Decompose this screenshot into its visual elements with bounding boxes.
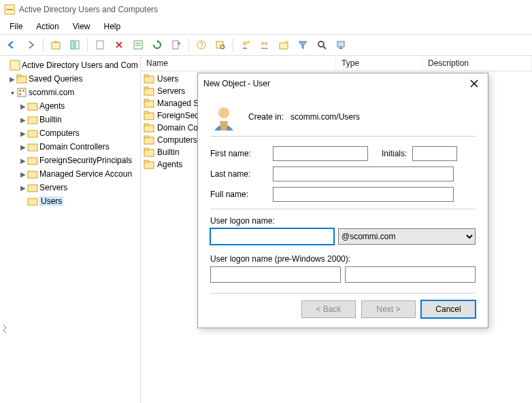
svg-text:?: ? (199, 41, 203, 49)
full-name-input[interactable] (273, 187, 454, 202)
svg-rect-38 (28, 198, 37, 205)
tree-label: Builtin (39, 115, 62, 124)
pre2000-user-input[interactable] (345, 266, 476, 283)
tree-root-label: Active Directory Users and Com (22, 60, 138, 70)
tree-foreign-security-principals[interactable]: ▶ForeignSecurityPrincipals (0, 154, 140, 167)
toolbar-back[interactable] (3, 36, 20, 54)
toolbar-new-user[interactable] (237, 36, 254, 54)
ou-icon (27, 141, 38, 152)
tree-expander[interactable]: ▶ (19, 103, 27, 110)
tree-label: Domain Controllers (39, 142, 110, 152)
tree-users[interactable]: Users (0, 194, 140, 208)
tree-expander[interactable]: ▶ (19, 116, 27, 124)
toolbar-refresh[interactable] (148, 36, 166, 54)
svg-rect-42 (144, 87, 148, 89)
toolbar-find2[interactable] (313, 36, 331, 54)
tree-expander[interactable]: ▶ (19, 184, 27, 192)
column-name[interactable]: Name (141, 56, 336, 71)
last-name-input[interactable] (273, 167, 454, 181)
svg-rect-2 (52, 42, 60, 49)
tree-builtin[interactable]: ▶Builtin (0, 113, 140, 126)
toolbar-cut[interactable] (91, 36, 109, 54)
menu-view[interactable]: View (66, 20, 97, 33)
toolbar-export[interactable] (167, 36, 185, 54)
tree-expander[interactable]: ▶ (8, 75, 16, 83)
logon-domain-select[interactable]: @scommi.com (338, 228, 476, 245)
svg-rect-36 (28, 171, 37, 178)
svg-rect-4 (76, 41, 79, 49)
domain-icon (16, 87, 27, 98)
full-name-row: Full name: (210, 184, 476, 205)
container-icon (27, 155, 38, 166)
tree-expander[interactable]: ▾ (8, 89, 16, 97)
toolbar-filter[interactable] (294, 36, 312, 54)
tree-expander[interactable]: ▶ (19, 157, 27, 164)
back-button[interactable]: < Back (301, 300, 356, 318)
svg-rect-32 (28, 117, 37, 124)
first-name-input[interactable] (273, 146, 368, 161)
svg-rect-27 (18, 88, 26, 97)
svg-rect-9 (173, 41, 178, 49)
toolbar-up[interactable] (47, 36, 65, 54)
tree-agents[interactable]: ▶Agents (0, 99, 140, 113)
menu-action[interactable]: Action (29, 20, 65, 33)
tree-managed-service-accounts[interactable]: ▶Managed Service Accoun (0, 167, 140, 181)
dialog-header: Create in: scommi.com/Users (210, 98, 476, 137)
menubar: File Action View Help (0, 19, 532, 35)
folder-icon (144, 110, 154, 121)
svg-rect-26 (17, 75, 21, 77)
last-name-row: Last name: (210, 164, 476, 184)
svg-point-14 (243, 41, 247, 46)
ou-icon (27, 182, 38, 193)
tree-servers[interactable]: ▶Servers (0, 181, 140, 194)
next-button[interactable]: Next > (361, 300, 416, 318)
folder-icon (144, 98, 154, 109)
column-type[interactable]: Type (336, 56, 422, 71)
menu-file[interactable]: File (3, 20, 29, 33)
cancel-button[interactable]: Cancel (421, 300, 476, 318)
tree-pane[interactable]: Active Directory Users and Com ▶ Saved Q… (0, 56, 141, 403)
tree-computers[interactable]: ▶Computers (0, 126, 140, 140)
splitter-handle[interactable] (0, 323, 10, 334)
column-description[interactable]: Description (422, 56, 532, 71)
tree-domain-controllers[interactable]: ▶Domain Controllers (0, 140, 140, 154)
dialog-close-button[interactable] (466, 75, 482, 92)
svg-point-17 (265, 42, 268, 46)
tree-expander[interactable]: ▶ (19, 130, 27, 137)
toolbar-delete[interactable] (110, 36, 128, 54)
svg-rect-7 (135, 43, 141, 43)
tree-expander[interactable]: ▶ (19, 143, 27, 151)
toolbar-show-hide[interactable] (66, 36, 84, 54)
toolbar-forward[interactable] (22, 36, 39, 54)
tree-expander[interactable]: ▶ (19, 171, 27, 178)
logon-name-input[interactable] (210, 228, 334, 245)
menu-help[interactable]: Help (97, 20, 128, 33)
folder-icon (16, 73, 27, 84)
svg-rect-54 (144, 160, 148, 162)
create-in-path: scommi.com/Users (290, 112, 360, 122)
tree-label: Saved Queries (29, 74, 82, 84)
pre2000-label: User logon name (pre-Windows 2000): (210, 254, 476, 264)
tree-root[interactable]: Active Directory Users and Com (0, 58, 140, 72)
toolbar-new-ou[interactable] (275, 36, 293, 54)
tree-domain[interactable]: ▾ scommi.com (0, 86, 140, 99)
tree-saved-queries[interactable]: ▶ Saved Queries (0, 72, 140, 86)
initials-input[interactable] (412, 146, 457, 161)
toolbar-help[interactable]: ? (193, 36, 210, 54)
svg-point-16 (261, 42, 265, 46)
svg-rect-22 (337, 41, 344, 47)
toolbar-find[interactable] (212, 36, 229, 54)
toolbar-properties[interactable] (129, 36, 147, 54)
toolbar-add-computer[interactable] (332, 36, 350, 54)
svg-point-19 (285, 41, 288, 43)
container-icon (27, 114, 38, 125)
folder-icon (144, 86, 154, 97)
tree-label: Users (39, 196, 63, 206)
dialog-title: New Object - User (203, 79, 270, 88)
tree-label: scommi.com (29, 88, 74, 97)
svg-rect-34 (28, 144, 37, 151)
svg-rect-30 (19, 93, 21, 95)
logon-name-row: @scommi.com (210, 228, 476, 245)
toolbar-new-group[interactable] (256, 36, 273, 54)
pre2000-domain-input[interactable] (210, 266, 341, 283)
